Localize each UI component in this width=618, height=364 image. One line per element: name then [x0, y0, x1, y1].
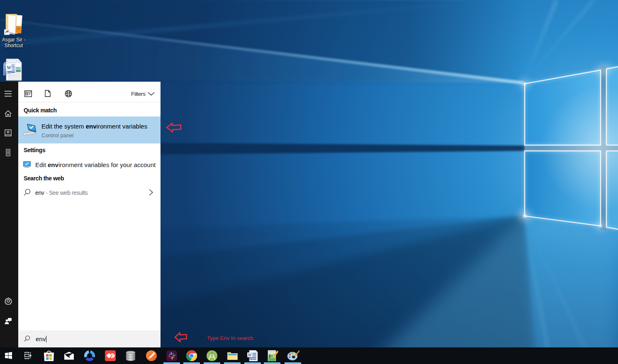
svg-text:o@s: o@s: [17, 27, 21, 30]
